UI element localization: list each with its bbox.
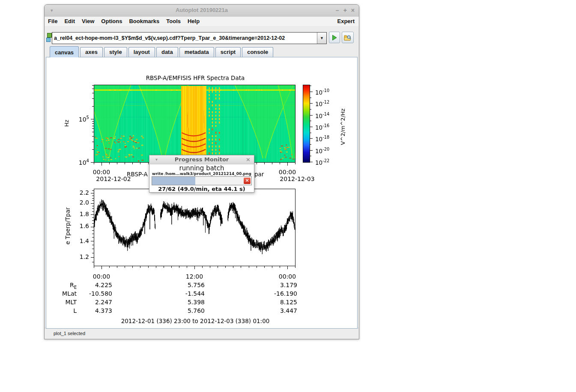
canvas-panel: RBSP-A/EMFISIS HFR Spectra Data Hz 10510… [46, 57, 358, 329]
chevron-down-icon: ▼ [320, 36, 324, 40]
go-button[interactable] [329, 32, 340, 43]
menu-bar: FileEditViewOptionsBookmarksToolsHelp Ex… [45, 17, 359, 26]
plot-title: RBSP-A/EMFISIS HFR Spectra Data [146, 75, 245, 82]
plot2-ytick-label: 1.8 [71, 211, 89, 217]
plot1-ylabel: Hz [64, 120, 70, 127]
ephemeris-value: -10.580 [72, 290, 112, 297]
close-button[interactable]: × [351, 7, 355, 14]
datasource-type-icon [46, 33, 52, 42]
address-toolbar: ▼ [45, 26, 359, 46]
window-titlebar[interactable]: ▾ Autoplot 20190221a –+× [45, 5, 359, 17]
ephemeris-value: 4.225 [72, 282, 112, 288]
menu-help[interactable]: Help [184, 17, 203, 24]
maximize-button[interactable]: + [343, 7, 347, 14]
progress-dialog-titlebar[interactable]: ▾ Progress Monitor × [149, 155, 254, 164]
freq-tick-label: 104 [71, 158, 89, 166]
progress-status-label: 27/62 (49.0/min, eta 44.1 s) [149, 186, 254, 192]
uri-combobox[interactable]: ▼ [52, 32, 327, 44]
menu-file[interactable]: File [45, 17, 61, 24]
plot1-time-label: 00:00 [279, 169, 296, 175]
progress-task-label: running batch [149, 164, 254, 172]
colorbar-tick-label: 10-12 [315, 100, 329, 107]
freq-tick-label: 105 [71, 115, 89, 123]
uri-dropdown-button[interactable]: ▼ [317, 33, 326, 44]
plot1-date-label: 2012-12-03 [280, 175, 314, 182]
dialog-close-icon[interactable]: × [246, 156, 251, 163]
ephemeris-value: 8.125 [257, 299, 297, 306]
progress-detail-label: write /hom...walk3/product_20121214_00.p… [149, 172, 254, 176]
tab-canvas[interactable]: canvas [50, 46, 79, 57]
status-text: plot_1 selected [54, 331, 85, 336]
plot2-context-fragment-right: par [254, 171, 264, 178]
autoplot-window: ▾ Autoplot 20190221a –+× FileEditViewOpt… [44, 4, 359, 339]
expert-menu[interactable]: Expert [337, 18, 355, 24]
colorbar-tick-label: 10-16 [315, 123, 329, 131]
time-range-footer: 2012-12-01 (336) 23:00 to 2012-12-03 (33… [121, 318, 270, 325]
tab-script[interactable]: script [215, 47, 241, 57]
plot2-ytick-label: 2.2 [71, 189, 89, 196]
ephemeris-value: 5.760 [164, 307, 205, 314]
plot2-ytick-label: 1.4 [71, 238, 89, 244]
ephemeris-value: 2.247 [72, 299, 112, 306]
plot2-ytick-label: 2.0 [71, 199, 89, 206]
play-icon [331, 34, 338, 41]
plot1-date-label: 2012-12-02 [96, 175, 131, 182]
plot-canvas-area[interactable]: RBSP-A/EMFISIS HFR Spectra Data Hz 10510… [47, 59, 356, 327]
tab-bar: canvasaxesstylelayoutdatametadatascriptc… [45, 46, 359, 57]
ephemeris-value: 4.373 [72, 307, 112, 314]
colorbar-tick-label: 10-14 [315, 112, 329, 119]
colorbar-tick-label: 10-10 [315, 88, 329, 96]
progress-stop-button[interactable]: × [243, 177, 251, 184]
colorbar-tick-label: 10-18 [315, 135, 329, 143]
menu-tools[interactable]: Tools [163, 17, 184, 24]
ephemeris-value: -1.544 [164, 290, 205, 297]
folder-search-icon [344, 34, 352, 41]
ephemeris-value: 3.179 [257, 282, 297, 288]
plot2-ylabel: e Tperp/Tpar [65, 207, 72, 244]
time-axis-tick-label: 00:00 [93, 273, 110, 280]
progress-bar-fill [152, 177, 195, 185]
window-controls: –+× [331, 7, 355, 14]
desktop: ▾ Autoplot 20190221a –+× FileEditViewOpt… [0, 0, 576, 392]
tab-layout[interactable]: layout [128, 47, 155, 57]
menu-edit[interactable]: Edit [61, 17, 78, 24]
tab-style[interactable]: style [104, 47, 127, 57]
time-axis-tick-label: 00:00 [279, 273, 296, 280]
progress-dialog-title: Progress Monitor [149, 156, 254, 163]
tab-axes[interactable]: axes [80, 47, 103, 57]
tab-data[interactable]: data [156, 47, 178, 57]
plot1-time-label: 00:00 [93, 169, 110, 175]
minimize-button[interactable]: – [336, 7, 339, 14]
ephemeris-value: -16.190 [257, 290, 297, 297]
menu-bookmarks[interactable]: Bookmarks [125, 17, 163, 24]
status-bar: plot_1 selected [45, 328, 359, 339]
ephemeris-value: 3.447 [257, 307, 297, 314]
colorbar-tick-label: 10-22 [315, 158, 329, 166]
menu-options[interactable]: Options [98, 17, 125, 24]
ephemeris-value: 5.756 [164, 282, 205, 288]
plot2-ytick-label: 1.2 [71, 253, 89, 260]
plot2-context-fragment-left: RBSP-A [127, 171, 148, 178]
progress-monitor-dialog[interactable]: ▾ Progress Monitor × running batch write… [149, 155, 254, 193]
colorbar-label: V^2/m^2/Hz [340, 108, 346, 145]
tab-metadata[interactable]: metadata [179, 47, 214, 57]
plot2-ytick-label: 1.6 [71, 223, 89, 229]
ephemeris-value: 5.398 [164, 299, 205, 306]
menu-view[interactable]: View [78, 17, 98, 24]
time-axis-tick-label: 12:00 [186, 273, 203, 280]
tab-console[interactable]: console [242, 47, 273, 57]
inspect-uri-button[interactable] [342, 32, 354, 43]
colorbar-tick-label: 10-20 [315, 147, 329, 154]
uri-input[interactable] [52, 33, 317, 44]
window-title: Autoplot 20190221a [45, 7, 359, 13]
progress-bar: × [152, 176, 252, 185]
